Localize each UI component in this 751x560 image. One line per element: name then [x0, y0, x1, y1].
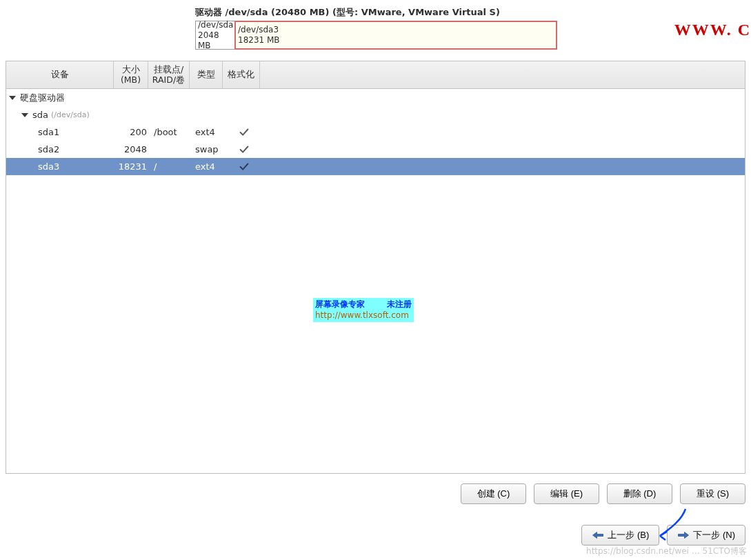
part-size: 18231	[117, 161, 151, 172]
partition-seg0-size: 2048 MB	[198, 30, 232, 51]
disk-path: (/dev/sda)	[51, 110, 90, 119]
delete-button[interactable]: 删除 (D)	[607, 483, 672, 504]
back-label: 上一步 (B)	[608, 529, 649, 541]
partition-seg1-name: /dev/sda3	[238, 25, 554, 35]
overlay-title: 屏幕录像专家	[315, 299, 365, 309]
overlay-url: http://www.tlxsoft.com	[315, 310, 412, 321]
part-size: 200	[117, 127, 151, 137]
table-row[interactable]: sda2 2048 swap	[6, 141, 745, 158]
back-button[interactable]: 上一步 (B)	[581, 525, 659, 546]
table-row[interactable]: sda1 200 /boot ext4	[6, 123, 745, 141]
create-button[interactable]: 创建 (C)	[461, 483, 526, 504]
next-button[interactable]: 下一步 (N)	[667, 525, 745, 546]
partition-seg1-size: 18231 MB	[238, 35, 554, 46]
next-label: 下一步 (N)	[693, 529, 735, 541]
arrow-right-icon	[677, 530, 690, 540]
partition-bar: /dev/sda 2048 MB /dev/sda3 18231 MB	[195, 21, 557, 50]
reset-button[interactable]: 重设 (S)	[680, 483, 745, 504]
root-label: 硬盘驱动器	[20, 92, 65, 104]
part-size: 2048	[117, 144, 151, 154]
table-body: 硬盘驱动器 sda (/dev/sda) sda1 200 /boot ext4…	[6, 89, 745, 175]
col-mount[interactable]: 挂载点/ RAID/卷	[148, 61, 190, 88]
part-type: swap	[192, 144, 226, 154]
checkmark-icon	[226, 126, 263, 139]
watermark-text: WWW. C	[674, 21, 751, 39]
part-mount: /	[151, 161, 192, 172]
part-dev: sda2	[38, 144, 59, 154]
col-size[interactable]: 大小 (MB)	[114, 61, 148, 88]
partition-seg0-name: /dev/sda	[198, 20, 232, 30]
checkmark-icon	[226, 143, 263, 156]
part-dev: sda1	[38, 127, 59, 137]
col-type[interactable]: 类型	[190, 61, 223, 88]
part-type: ext4	[192, 161, 226, 172]
table-row[interactable]: sda3 18231 / ext4	[6, 158, 745, 175]
tree-root-row[interactable]: 硬盘驱动器	[6, 89, 745, 106]
arrow-left-icon	[592, 530, 604, 540]
expand-icon[interactable]	[9, 96, 16, 100]
part-mount: /boot	[151, 127, 192, 137]
drive-header: 驱动器 /dev/sda (20480 MB) (型号: VMware, VMw…	[195, 6, 557, 50]
tree-disk-row[interactable]: sda (/dev/sda)	[6, 106, 745, 123]
expand-icon[interactable]	[21, 113, 28, 117]
col-device[interactable]: 设备	[6, 61, 114, 88]
partition-segment-1[interactable]: /dev/sda3 18231 MB	[234, 21, 557, 50]
col-format[interactable]: 格式化	[223, 61, 260, 88]
drive-title: 驱动器 /dev/sda (20480 MB) (型号: VMware, VMw…	[195, 6, 557, 19]
disk-name: sda	[32, 110, 48, 120]
checkmark-icon	[226, 161, 263, 173]
part-type: ext4	[192, 127, 226, 137]
overlay-status: 未注册	[387, 299, 412, 309]
partition-panel: 设备 大小 (MB) 挂载点/ RAID/卷 类型 格式化 硬盘驱动器 sda …	[6, 61, 745, 474]
recorder-overlay: 屏幕录像专家 未注册 http://www.tlxsoft.com	[313, 298, 414, 322]
nav-buttons: 上一步 (B) 下一步 (N)	[581, 525, 745, 546]
partition-buttons: 创建 (C) 编辑 (E) 删除 (D) 重设 (S)	[461, 483, 745, 504]
col-rest	[260, 61, 745, 88]
part-dev: sda3	[38, 161, 59, 172]
table-header: 设备 大小 (MB) 挂载点/ RAID/卷 类型 格式化	[6, 61, 745, 89]
edit-button[interactable]: 编辑 (E)	[534, 483, 599, 504]
footer-watermark: https://blog.csdn.net/wei … 51CTO博客	[586, 546, 747, 557]
partition-segment-0[interactable]: /dev/sda 2048 MB	[196, 21, 235, 49]
